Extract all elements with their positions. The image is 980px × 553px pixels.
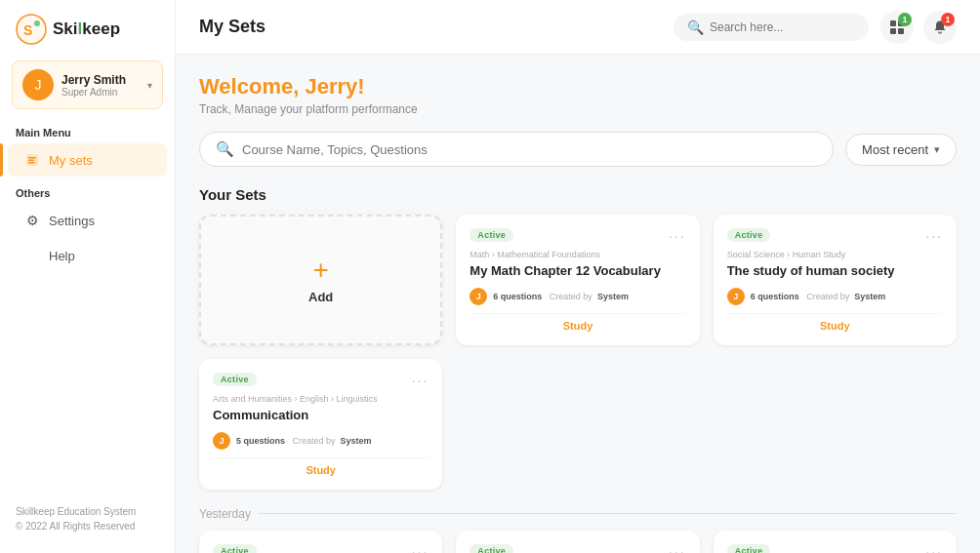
chevron-down-icon: ▾ (934, 143, 940, 156)
topbar-search-input[interactable] (710, 20, 856, 34)
user-role: Super Admin (61, 87, 143, 98)
card-menu-icon[interactable]: ··· (412, 544, 429, 553)
book-icon (23, 151, 41, 169)
main-search-box[interactable]: 🔍 (199, 132, 834, 167)
svg-text:S: S (23, 22, 32, 38)
status-badge: Active (727, 544, 771, 553)
set-card-3[interactable]: Active ··· Arts and Humanities › English… (199, 359, 442, 490)
card-top: Active ··· (470, 228, 685, 244)
add-label: Add (308, 290, 333, 304)
card-meta: J 6 questions Created by System (470, 288, 685, 305)
welcome-subtitle: Track, Manage your platform performance (199, 102, 957, 116)
card-menu-icon[interactable]: ··· (669, 544, 686, 553)
card-meta-text: 6 questions Created by System (493, 292, 629, 301)
svg-rect-5 (28, 160, 34, 162)
set-card-6[interactable]: Active··· Maths › Algebra Mathematical m… (714, 531, 957, 553)
sidebar-item-my-sets[interactable]: My sets (8, 143, 167, 177)
gear-icon: ⚙ (23, 212, 41, 229)
grid-badge: 1 (898, 13, 912, 26)
sidebar-footer: Skillkeep Education System © 2022 All Ri… (0, 494, 175, 543)
card-path: Social Science › Human Study (727, 250, 943, 259)
logo: S Skilkeep (0, 0, 175, 55)
study-button[interactable]: Study (213, 457, 429, 476)
main-search-input[interactable] (242, 142, 817, 157)
others-label: Others (0, 178, 175, 203)
creator-avatar: J (727, 288, 745, 305)
notif-badge: 1 (941, 13, 955, 26)
filter-button[interactable]: Most recent ▾ (845, 134, 957, 166)
set-card-1[interactable]: Active ··· Math › Mathematical Foundatio… (456, 215, 699, 345)
study-button[interactable]: Study (470, 313, 685, 332)
creator-avatar: J (213, 432, 230, 450)
svg-rect-6 (28, 162, 35, 164)
search-icon: 🔍 (216, 140, 234, 158)
card-menu-icon[interactable]: ··· (412, 373, 429, 388)
sidebar-item-label-my-sets: My sets (49, 153, 93, 168)
svg-rect-4 (28, 157, 36, 159)
search-icon: 🔍 (687, 20, 704, 35)
user-info: Jerry Smith Super Admin (61, 73, 143, 98)
card-meta: J 5 questions Created by System (213, 432, 429, 450)
card-menu-icon[interactable]: ··· (925, 544, 943, 553)
svg-point-2 (34, 20, 40, 26)
search-filter-row: 🔍 Most recent ▾ (199, 132, 957, 167)
status-badge: Active (727, 228, 771, 242)
card-meta-text: 5 questions Created by System (236, 436, 372, 446)
card-path: Arts and Humanities › English › Linguist… (213, 394, 429, 404)
your-sets-grid: + Add Active ··· Math › Mathematical Fou… (199, 215, 957, 490)
sidebar-item-label-settings: Settings (49, 214, 95, 228)
user-name: Jerry Smith (61, 73, 143, 87)
help-icon (23, 247, 41, 264)
status-badge: Active (213, 373, 257, 386)
set-card-2[interactable]: Active ··· Social Science › Human Study … (714, 215, 957, 345)
yesterday-label: Yesterday (199, 507, 957, 521)
status-badge: Active (470, 544, 513, 553)
yesterday-grid: Active··· Philosophy › Brain functionali… (199, 531, 957, 553)
card-meta: J 6 questions Created by System (727, 288, 943, 305)
grid-icon-button[interactable]: 1 (880, 11, 914, 44)
status-badge: Active (213, 544, 257, 553)
card-meta-text: 6 questions Created by System (751, 292, 886, 301)
plus-icon: + (312, 255, 328, 286)
chevron-down-icon: ▾ (147, 80, 152, 91)
card-menu-icon[interactable]: ··· (669, 228, 686, 244)
footer-line1: Skillkeep Education System (16, 504, 159, 519)
sets-section-title: Your Sets (199, 186, 957, 203)
user-card[interactable]: J Jerry Smith Super Admin ▾ (12, 60, 163, 109)
footer-line2: © 2022 All Rights Reserved (16, 519, 159, 533)
add-card[interactable]: + Add (199, 215, 442, 345)
filter-label: Most recent (862, 142, 928, 157)
topbar: My Sets 🔍 1 1 (176, 0, 980, 55)
welcome-name: Jerry! (305, 74, 364, 99)
set-card-4[interactable]: Active··· Philosophy › Brain functionali… (199, 531, 442, 553)
card-menu-icon[interactable]: ··· (925, 228, 943, 244)
main-menu-label: Main Menu (0, 119, 175, 142)
card-path: Math › Mathematical Foundations (470, 250, 685, 259)
sidebar: S Skilkeep J Jerry Smith Super Admin ▾ M… (0, 0, 176, 553)
svg-rect-7 (890, 20, 896, 26)
sidebar-item-help[interactable]: Help (8, 239, 167, 272)
page-title: My Sets (199, 17, 674, 37)
topbar-icons: 1 1 (880, 11, 957, 44)
sidebar-item-label-help: Help (49, 249, 75, 263)
creator-avatar: J (470, 288, 487, 305)
logo-text: Skilkeep (53, 20, 120, 39)
svg-rect-10 (898, 28, 904, 34)
welcome-title: Welcome, Jerry! (199, 74, 957, 99)
set-card-5[interactable]: Active··· Business › Life and Health Ari… (456, 531, 699, 553)
card-top: Active ··· (727, 228, 943, 244)
svg-rect-9 (890, 28, 896, 34)
avatar: J (22, 69, 54, 100)
sidebar-item-settings[interactable]: ⚙ Settings (8, 204, 167, 237)
notification-button[interactable]: 1 (923, 11, 957, 44)
card-title: Communication (213, 408, 429, 424)
card-title: My Math Chapter 12 Vocabulary (470, 263, 685, 280)
card-title: The study of human society (727, 263, 943, 280)
card-top: Active ··· (213, 373, 429, 388)
study-button[interactable]: Study (727, 313, 943, 332)
status-badge: Active (470, 228, 513, 242)
main-content: My Sets 🔍 1 1 (176, 0, 980, 553)
welcome-greeting: Welcome, (199, 74, 299, 99)
topbar-search-box[interactable]: 🔍 (674, 14, 869, 41)
logo-icon: S (16, 14, 47, 45)
